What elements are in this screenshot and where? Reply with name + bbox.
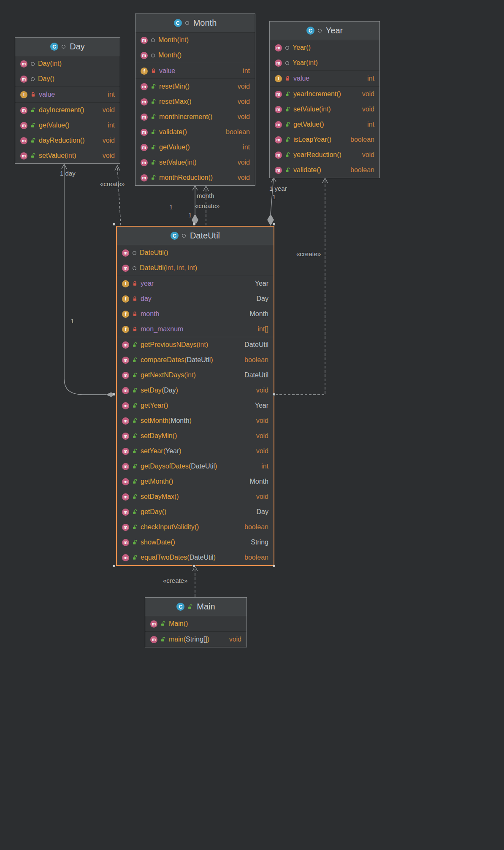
method-row[interactable]: mmonthReduction()void (135, 170, 255, 185)
selection-handle[interactable] (273, 565, 276, 568)
method-icon: m (150, 620, 157, 628)
method-icon: m (122, 478, 129, 485)
field-row[interactable]: fmonthMonth (117, 306, 274, 322)
method-icon: m (141, 52, 148, 59)
method-row[interactable]: myearReduction()void (270, 147, 379, 162)
constructor-row[interactable]: mYear(int) (270, 55, 379, 70)
member-name: monthReduction() (159, 174, 213, 181)
class-header[interactable]: CMonth (135, 14, 255, 32)
method-row[interactable]: mgetValue()int (135, 140, 255, 155)
public-unlock-icon (133, 540, 137, 545)
member-type: int (257, 463, 268, 470)
edge-label-multiplicity: 1 (272, 193, 276, 200)
constructor-row[interactable]: mDay() (15, 71, 120, 87)
method-row[interactable]: mequalTwoDates(DateUtil)boolean (117, 550, 274, 565)
method-row[interactable]: mgetValue()int (270, 117, 379, 132)
member-type: Day (252, 295, 268, 303)
method-row[interactable]: mcompareDates(DateUtil)boolean (117, 352, 274, 368)
constructor-row[interactable]: mDateUtil(int, int, int) (117, 260, 274, 276)
field-row[interactable]: fyearYear (117, 276, 274, 291)
class-dateutil[interactable]: CDateUtilmDateUtil()mDateUtil(int, int, … (116, 226, 274, 566)
method-row[interactable]: mvalidate()boolean (135, 125, 255, 140)
selection-handle[interactable] (113, 223, 116, 226)
method-row[interactable]: mvalidate()boolean (270, 162, 379, 178)
selection-handle[interactable] (192, 223, 195, 226)
class-month[interactable]: CMonthmMonth(int)mMonth()fvalueintmreset… (135, 14, 255, 186)
class-year[interactable]: CYearmYear()mYear(int)fvalueintmyearIncr… (269, 21, 380, 178)
method-row[interactable]: mgetPreviousNDays(int)DateUtil (117, 337, 274, 352)
member-type: void (233, 174, 250, 181)
edge-dateutil-creates-year[interactable] (275, 178, 328, 395)
constructors-section: mDay(int)mDay() (15, 56, 120, 87)
method-row[interactable]: msetValue(int)void (270, 102, 379, 117)
member-name: setDayMax() (141, 493, 179, 501)
class-day[interactable]: CDaymDay(int)mDay()fvalueintmdayIncremen… (15, 37, 120, 164)
method-row[interactable]: mgetDaysofDates(DateUtil)int (117, 459, 274, 474)
member-type: String (247, 539, 268, 546)
method-row[interactable]: mresetMax()void (135, 94, 255, 109)
method-row[interactable]: msetValue(int)void (135, 155, 255, 170)
method-row[interactable]: msetMonth(Month)void (117, 413, 274, 428)
method-row[interactable]: mdayIncrement()void (15, 103, 120, 118)
method-row[interactable]: msetValue(int)void (15, 148, 120, 163)
member-type: boolean (222, 128, 250, 136)
edge-label-month-role: month (197, 192, 214, 199)
public-unlock-icon (151, 99, 156, 104)
field-row[interactable]: fvalueint (270, 71, 379, 86)
member-name: yearIncrement() (293, 90, 341, 98)
member-type: void (252, 417, 268, 425)
method-row[interactable]: mgetMonth()Month (117, 474, 274, 489)
class-header[interactable]: CDay (15, 38, 120, 56)
public-unlock-icon (285, 92, 290, 97)
constructor-row[interactable]: mDay(int) (15, 56, 120, 71)
method-row[interactable]: mresetMin()void (135, 79, 255, 94)
field-row[interactable]: fmon_maxnumint[] (117, 322, 274, 337)
method-row[interactable]: mgetDay()Day (117, 504, 274, 520)
field-row[interactable]: fdayDay (117, 291, 274, 306)
constructor-row[interactable]: mYear() (270, 40, 379, 55)
edge-dateutil-creates-day[interactable] (115, 165, 121, 225)
class-main[interactable]: CMainmMain()mmain(String[])void (145, 597, 247, 647)
method-row[interactable]: mcheckInputValidity()boolean (117, 520, 274, 535)
constructor-row[interactable]: mDateUtil() (117, 245, 274, 260)
member-name: Day() (38, 75, 54, 83)
method-icon: m (141, 159, 148, 166)
method-row[interactable]: msetDayMax()void (117, 489, 274, 504)
selection-handle[interactable] (273, 223, 276, 226)
edge-label-day-role: 1 day (60, 170, 76, 177)
selection-handle[interactable] (192, 565, 195, 568)
method-row[interactable]: mshowDate()String (117, 535, 274, 550)
selection-handle[interactable] (113, 565, 116, 568)
member-type: int (238, 143, 250, 151)
method-row[interactable]: myearIncrement()void (270, 87, 379, 102)
class-header[interactable]: CMain (145, 598, 247, 616)
method-row[interactable]: mgetYear()Year (117, 398, 274, 413)
field-row[interactable]: fvalueint (15, 87, 120, 102)
method-row[interactable]: mmain(String[])void (145, 632, 247, 647)
field-row[interactable]: fvalueint (135, 63, 255, 79)
method-row[interactable]: mdayReduction()void (15, 133, 120, 148)
member-name: getDaysofDates(DateUtil) (141, 463, 217, 470)
selection-handle[interactable] (113, 393, 116, 396)
public-unlock-icon (188, 604, 192, 609)
method-row[interactable]: msetDayMin()void (117, 428, 274, 444)
constructor-row[interactable]: mMonth(int) (135, 32, 255, 48)
method-row[interactable]: mmonthIncrement()void (135, 109, 255, 125)
class-header[interactable]: CDateUtil (117, 227, 274, 245)
constructor-row[interactable]: mMain() (145, 616, 247, 631)
private-lock-icon (133, 296, 137, 301)
edge-main-creates-dateutil[interactable] (192, 566, 198, 597)
method-row[interactable]: mgetNextNDays(int)DateUtil (117, 368, 274, 383)
class-icon: C (171, 232, 179, 240)
member-type: Month (246, 310, 268, 318)
method-row[interactable]: misLeapYear()boolean (270, 132, 379, 147)
constructor-row[interactable]: mMonth() (135, 48, 255, 63)
class-header[interactable]: CYear (270, 22, 379, 40)
edge-dateutil-composition-day[interactable] (62, 164, 116, 397)
method-row[interactable]: msetYear(Year)void (117, 444, 274, 459)
method-row[interactable]: msetDay(Day)void (117, 383, 274, 398)
selection-handle[interactable] (273, 393, 276, 396)
package-circle-icon (31, 62, 35, 66)
method-row[interactable]: mgetValue()int (15, 118, 120, 133)
method-icon: m (122, 463, 129, 470)
